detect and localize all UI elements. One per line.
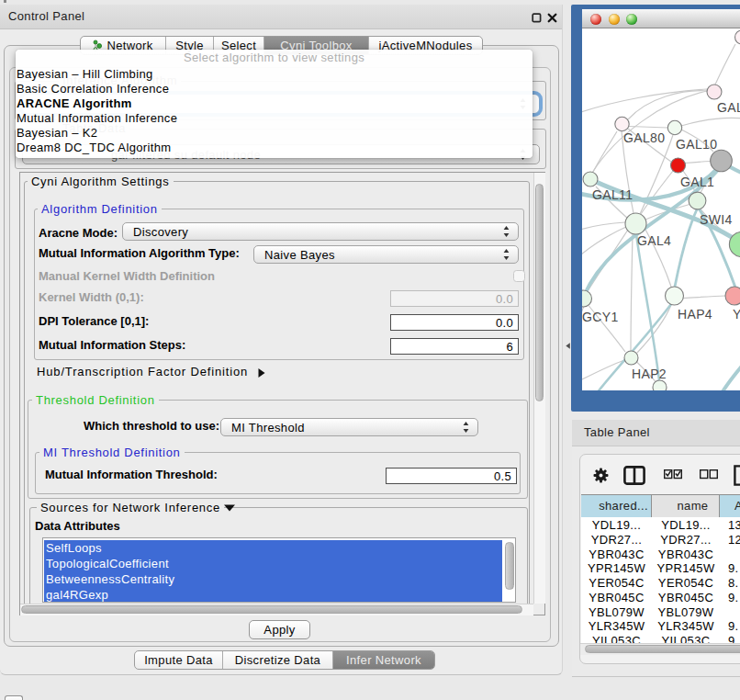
split-columns-icon[interactable] <box>623 466 645 485</box>
which-threshold-combobox[interactable]: MI Threshold <box>220 418 478 436</box>
dpi-tolerance-field[interactable]: 0.0 <box>390 314 519 331</box>
settings-hscrollbar-thumb[interactable] <box>21 605 522 614</box>
table-row[interactable]: YLR345WYLR345W9. <box>581 619 740 634</box>
control-panel-titlebar[interactable]: Control Panel <box>0 5 562 29</box>
network-edge[interactable] <box>681 118 740 126</box>
table-row[interactable]: YBR045CYBR045C9. <box>581 591 740 605</box>
aracne-mode-combobox[interactable]: Discovery <box>122 222 519 241</box>
network-node[interactable] <box>582 290 592 307</box>
table-cell: 8. <box>720 576 740 591</box>
network-node[interactable] <box>671 158 686 173</box>
table-column-header[interactable]: shared... <box>581 495 652 517</box>
desktop: Control Panel Inference Algorithm Table … <box>0 0 740 700</box>
hub-definition-label[interactable]: Hub/Transcription Factor Definition <box>37 365 248 378</box>
apply-button[interactable]: Apply <box>249 620 310 639</box>
collapse-arrow-icon[interactable] <box>223 504 236 512</box>
network-node-label: GAL80 <box>623 130 665 145</box>
close-traffic-light[interactable] <box>590 14 601 25</box>
network-edge[interactable] <box>582 89 707 113</box>
float-icon[interactable] <box>532 13 542 23</box>
table-row[interactable]: YER054CYER054C8. <box>581 576 740 591</box>
sources-group-title[interactable]: Sources for Network Inference <box>37 502 224 514</box>
table-row[interactable]: YIL053CYIL053C9. <box>581 634 740 643</box>
kernel-width-field[interactable]: 0.0 <box>390 290 519 307</box>
mi-steps-field[interactable]: 6 <box>390 338 519 355</box>
checked-columns-icon[interactable] <box>664 469 682 480</box>
table-row[interactable]: YDR27...YDR27...12 <box>581 533 740 548</box>
table-column-header[interactable]: A <box>720 495 740 517</box>
table-panel-title: Table Panel <box>584 420 650 446</box>
table-row[interactable]: YDL19...YDL19...13 <box>581 518 740 533</box>
data-attributes-label: Data Attributes <box>35 519 120 533</box>
table-cell: YBL079W <box>652 605 720 620</box>
network-edge-thick[interactable] <box>675 209 697 287</box>
network-node[interactable] <box>689 192 706 209</box>
list-scrollbar-thumb[interactable] <box>505 542 514 590</box>
tab-infer-network[interactable]: Infer Network <box>333 651 434 669</box>
algorithm-popup-item[interactable]: ARACNE Algorithm <box>17 96 132 111</box>
mi-threshold-field[interactable]: 0.5 <box>386 468 517 484</box>
network-edge[interactable] <box>715 44 735 85</box>
network-node[interactable] <box>711 150 733 172</box>
divider-collapse-icon[interactable] <box>566 343 570 349</box>
settings-vscrollbar-thumb[interactable] <box>535 184 544 401</box>
algorithm-popup-item[interactable]: Basic Correlation Inference <box>17 82 169 96</box>
combo-arrows-icon <box>503 249 510 260</box>
data-attributes-list[interactable]: SelfLoopsTopologicalCoefficientBetweenne… <box>42 537 516 603</box>
network-edge[interactable] <box>582 360 624 379</box>
network-node[interactable] <box>625 213 646 234</box>
minimize-traffic-light[interactable] <box>609 14 620 25</box>
network-node[interactable] <box>615 117 629 130</box>
table-panel-titlebar[interactable]: Table Panel <box>572 420 740 446</box>
tab-discretize-data[interactable]: Discretize Data <box>223 651 333 669</box>
data-attribute-item[interactable]: TopologicalCoefficient <box>44 556 505 571</box>
algorithm-popup-item[interactable]: Mutual Information Inference <box>17 111 177 126</box>
data-attribute-item[interactable]: gal4RGexp <box>44 587 505 603</box>
network-window-titlebar[interactable] <box>582 9 740 28</box>
mi-type-combobox[interactable]: Naive Bayes <box>253 245 519 264</box>
apply-button-label: Apply <box>263 623 295 637</box>
network-edge[interactable] <box>593 131 617 172</box>
network-node[interactable] <box>735 30 740 44</box>
network-node[interactable] <box>667 120 681 134</box>
table-row[interactable]: YPR145WYPR145W9. <box>581 561 740 576</box>
tab-impute-data[interactable]: Impute Data <box>135 651 223 669</box>
network-node[interactable] <box>624 351 638 365</box>
network-edge[interactable] <box>685 162 711 164</box>
table-hscrollbar-thumb[interactable] <box>585 645 740 653</box>
table-row[interactable]: YBR043CYBR043C <box>581 548 740 562</box>
network-edge-thick[interactable] <box>636 234 659 380</box>
table-cell: YBL079W <box>581 605 652 620</box>
bottom-left-button-stub[interactable] <box>5 695 23 700</box>
algorithm-popup-item[interactable]: Bayesian – Hill Climbing <box>17 67 153 82</box>
manual-kernel-checkbox[interactable] <box>513 270 525 282</box>
table-cell: 12 <box>720 533 740 548</box>
table-cell: YDR27... <box>652 533 720 548</box>
close-icon[interactable] <box>547 13 557 23</box>
network-edge[interactable] <box>582 222 625 231</box>
network-node[interactable] <box>725 287 740 305</box>
data-attribute-item[interactable]: SelfLoops <box>44 540 505 556</box>
network-edge-thick[interactable] <box>722 364 740 390</box>
unchecked-columns-icon[interactable] <box>700 469 718 480</box>
network-node[interactable] <box>666 287 684 305</box>
table-row[interactable]: YBL079WYBL079W <box>581 605 740 620</box>
network-node[interactable] <box>653 380 667 390</box>
network-node[interactable] <box>707 85 722 99</box>
zoom-traffic-light[interactable] <box>626 14 637 25</box>
network-canvas[interactable]: GAL7GAL80GAL10GAL1GAL11SWI4GAL4GCY1HAP4Y… <box>582 28 740 390</box>
algorithm-popup: Select algorithm to view settings Bayesi… <box>16 50 533 158</box>
data-attribute-item[interactable]: BetweennessCentrality <box>44 571 505 587</box>
document-icon[interactable] <box>734 465 740 486</box>
combo-arrows-icon <box>503 226 510 237</box>
network-edge[interactable] <box>631 234 633 351</box>
table-cell: 9. <box>720 634 740 643</box>
network-edge[interactable] <box>683 296 725 299</box>
algorithm-popup-item[interactable]: Bayesian – K2 <box>17 126 97 141</box>
table-cell: YLR345W <box>652 619 720 634</box>
expand-arrow-icon[interactable] <box>257 367 266 378</box>
network-node[interactable] <box>583 172 598 186</box>
table-column-header[interactable]: name <box>652 495 720 517</box>
algorithm-popup-item[interactable]: Dream8 DC_TDC Algorithm <box>17 141 171 155</box>
gear-icon[interactable] <box>593 468 609 483</box>
